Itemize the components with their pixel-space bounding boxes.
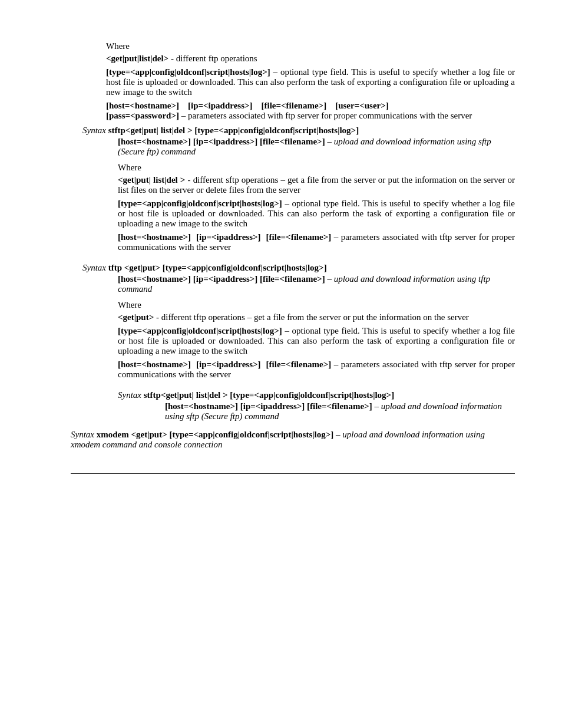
desc-host-ftp: – parameters associated with ftp server … — [179, 111, 472, 120]
desc-get-put-ftp: - different ftp operations — [168, 54, 257, 63]
syntax-keyword-nested-stftp: Syntax — [118, 390, 144, 400]
term-type-ftp: [type=<app|config|oldconf|script|hosts|l… — [106, 67, 270, 77]
param-type-ftp: [type=<app|config|oldconf|script|hosts|l… — [106, 67, 515, 97]
syntax-sftp-line2: [host=<hostname>] [ip=<ipaddress>] [file… — [118, 137, 515, 157]
syntax-xmodem-block: Syntax xmodem <get|put> [type=<app|confi… — [71, 430, 515, 450]
where-label-1: Where — [106, 41, 515, 51]
syntax-xmodem-line1: Syntax xmodem <get|put> [type=<app|confi… — [71, 430, 515, 450]
syntax-tftp-cont: [host=<hostname>] [ip=<ipaddress>] [file… — [118, 274, 325, 284]
bottom-rule — [71, 473, 515, 474]
nested-stftp-line1: Syntax stftp<get|put| list|del > [type=<… — [118, 390, 515, 400]
syntax-keyword-tftp: Syntax — [82, 263, 108, 272]
term-tftp-get: <get|put> — [118, 312, 154, 322]
syntax-tftp-line1: Syntax tftp <get|put> [type=<app|config|… — [82, 263, 515, 273]
syntax-keyword-sftp: Syntax — [82, 126, 108, 135]
term-sftp-type: [type=<app|config|oldconf|script|hosts|l… — [118, 199, 282, 208]
nested-syntax-stftp: Syntax stftp<get|put| list|del > [type=<… — [118, 390, 515, 421]
page-content: Where <get|put|list|del> - different ftp… — [71, 41, 515, 474]
syntax-sftp-cont: [host=<hostname>] [ip=<ipaddress>] [file… — [118, 137, 325, 146]
syntax-tftp-line2: [host=<hostname>] [ip=<ipaddress>] [file… — [118, 274, 515, 294]
nested-stftp-line2: [host=<hostname>] [ip=<ipaddress>] [file… — [165, 401, 515, 421]
term-sftp-host: [host=<hostname>] [ip=<ipaddress>] [file… — [118, 232, 331, 242]
where-label-sftp: Where — [118, 163, 515, 173]
term-sftp-get: <get|put| list|del > — [118, 175, 185, 185]
syntax-xmodem-command: xmodem <get|put> [type=<app|config|oldco… — [97, 430, 334, 439]
tftp-where-section: Where <get|put> - different tftp operati… — [118, 300, 515, 380]
syntax-sftp-block: Syntax stftp<get|put| list|del > [type=<… — [82, 126, 515, 252]
desc-tftp-get: - different tftp operations – get a file… — [154, 312, 469, 322]
param-sftp-get: <get|put| list|del > - different sftp op… — [118, 175, 515, 195]
nested-stftp-command: stftp<get|put| list|del > [type=<app|con… — [144, 390, 394, 400]
param-tftp-type: [type=<app|config|oldconf|script|hosts|l… — [118, 326, 515, 356]
syntax-sftp-command: stftp<get|put| list|del > [type=<app|con… — [108, 126, 359, 135]
param-tftp-get: <get|put> - different tftp operations – … — [118, 312, 515, 322]
top-where-section: Where <get|put|list|del> - different ftp… — [106, 41, 515, 121]
syntax-sftp-line1: Syntax stftp<get|put| list|del > [type=<… — [82, 126, 515, 136]
param-get-put-list-del-ftp: <get|put|list|del> - different ftp opera… — [106, 54, 515, 64]
term-tftp-type: [type=<app|config|oldconf|script|hosts|l… — [118, 326, 282, 335]
param-host-ftp: [host=<hostname>] [ip=<ipaddress>] [file… — [106, 101, 515, 121]
param-sftp-type: [type=<app|config|oldconf|script|hosts|l… — [118, 199, 515, 229]
where-label-tftp: Where — [118, 300, 515, 310]
syntax-keyword-xmodem: Syntax — [71, 430, 97, 439]
term-get-put-ftp: <get|put|list|del> — [106, 54, 168, 63]
term-tftp-host: [host=<hostname>] [ip=<ipaddress>] [file… — [118, 360, 331, 369]
nested-stftp-cont: [host=<hostname>] [ip=<ipaddress>] [file… — [165, 401, 372, 411]
syntax-tftp-block: Syntax tftp <get|put> [type=<app|config|… — [82, 263, 515, 380]
param-sftp-host: [host=<hostname>] [ip=<ipaddress>] [file… — [118, 232, 515, 252]
param-tftp-host: [host=<hostname>] [ip=<ipaddress>] [file… — [118, 360, 515, 380]
sftp-where-section: Where <get|put| list|del > - different s… — [118, 163, 515, 252]
syntax-tftp-command: tftp <get|put> [type=<app|config|oldconf… — [108, 263, 327, 272]
